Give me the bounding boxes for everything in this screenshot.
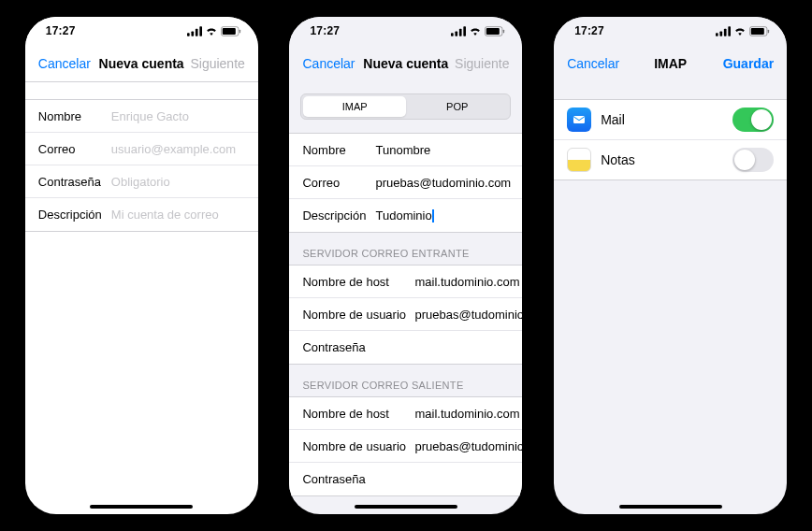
in-host-label: Nombre de host	[302, 275, 414, 289]
notes-label: Notas	[601, 152, 732, 167]
navbar: Cancelar Nueva cuenta Siguiente	[289, 45, 522, 82]
save-button[interactable]: Guardar	[719, 56, 774, 71]
name-label: Nombre	[38, 109, 111, 123]
status-indicators	[451, 26, 505, 36]
svg-rect-19	[751, 27, 764, 34]
out-host-input[interactable]	[414, 407, 522, 421]
mail-toggle-row: Mail	[554, 100, 787, 140]
tab-imap[interactable]: IMAP	[303, 96, 406, 117]
name-label: Nombre	[302, 143, 375, 157]
in-pwd-label: Contraseña	[302, 340, 414, 354]
svg-rect-8	[456, 31, 458, 36]
mail-label: Mail	[601, 112, 732, 127]
description-value[interactable]: Tudominio	[375, 208, 433, 223]
svg-rect-7	[451, 33, 454, 36]
svg-rect-15	[720, 31, 723, 36]
svg-rect-16	[724, 28, 727, 36]
battery-icon	[221, 26, 241, 36]
incoming-header: SERVIDOR CORREO ENTRANTE	[289, 233, 522, 265]
out-user-label: Nombre de usuario	[302, 439, 414, 453]
svg-rect-20	[768, 29, 769, 33]
description-input[interactable]	[111, 208, 258, 222]
notes-toggle-row: Notas	[554, 140, 787, 179]
in-pwd-input[interactable]	[414, 340, 522, 354]
svg-rect-13	[503, 29, 504, 33]
email-row[interactable]: Correo	[25, 133, 258, 165]
svg-rect-17	[728, 26, 731, 36]
next-button[interactable]: Siguiente	[455, 56, 509, 71]
out-pwd-label: Contraseña	[302, 472, 414, 486]
content: Mail Notas	[554, 82, 787, 514]
in-host-input[interactable]	[414, 275, 522, 289]
name-row[interactable]: Nombre	[25, 100, 258, 133]
outgoing-header: SERVIDOR CORREO SALIENTE	[289, 365, 522, 396]
home-indicator[interactable]	[619, 505, 722, 509]
svg-rect-10	[464, 26, 467, 36]
description-row[interactable]: Descripción Tudominio	[289, 199, 522, 232]
navbar: Cancelar IMAP Guardar	[554, 45, 787, 82]
content: IMAP POP Nombre Correo Descripción Tudom…	[289, 82, 522, 514]
content: Nombre Correo Contraseña Descripción	[25, 82, 258, 514]
name-input[interactable]	[111, 109, 258, 123]
description-label: Descripción	[38, 208, 111, 222]
email-label: Correo	[302, 176, 375, 190]
in-user-input[interactable]	[414, 308, 522, 322]
in-host-row[interactable]: Nombre de host	[289, 266, 522, 298]
incoming-group: Nombre de host Nombre de usuario Contras…	[289, 265, 522, 365]
in-pwd-row[interactable]: Contraseña	[289, 331, 522, 364]
email-label: Correo	[38, 142, 111, 156]
email-input[interactable]	[375, 176, 522, 190]
status-bar: 17:27	[25, 17, 258, 45]
nav-title: Nueva cuenta	[93, 56, 191, 71]
next-button[interactable]: Siguiente	[190, 56, 244, 71]
signal-icon	[716, 26, 731, 36]
notes-toggle[interactable]	[732, 148, 774, 172]
svg-rect-5	[223, 27, 236, 34]
cancel-button[interactable]: Cancelar	[38, 56, 93, 71]
battery-icon	[749, 26, 770, 36]
mail-icon	[567, 108, 591, 132]
navbar: Cancelar Nueva cuenta Siguiente	[25, 45, 258, 82]
svg-rect-14	[716, 33, 718, 36]
home-indicator[interactable]	[90, 505, 193, 509]
status-indicators	[187, 26, 241, 36]
password-input[interactable]	[111, 175, 258, 189]
email-row[interactable]: Correo	[289, 166, 522, 199]
out-user-input[interactable]	[414, 439, 522, 453]
password-row[interactable]: Contraseña	[25, 165, 258, 198]
outgoing-group: Nombre de host Nombre de usuario Contras…	[289, 396, 522, 496]
svg-rect-3	[199, 26, 202, 36]
description-row[interactable]: Descripción	[25, 198, 258, 231]
account-form-group: Nombre Correo Contraseña Descripción	[25, 99, 258, 232]
cancel-button[interactable]: Cancelar	[302, 56, 356, 71]
status-bar: 17:27	[289, 17, 522, 45]
nav-title: IMAP	[621, 56, 719, 71]
name-input[interactable]	[375, 143, 522, 157]
svg-rect-0	[187, 33, 190, 36]
signal-icon	[451, 26, 466, 36]
out-pwd-input[interactable]	[414, 472, 522, 486]
mail-toggle[interactable]	[732, 108, 774, 132]
svg-rect-12	[486, 27, 500, 34]
out-host-row[interactable]: Nombre de host	[289, 397, 522, 430]
wifi-icon	[205, 26, 218, 36]
nav-title: Nueva cuenta	[356, 56, 455, 71]
svg-rect-2	[196, 28, 198, 36]
signal-icon	[187, 26, 202, 36]
home-indicator[interactable]	[355, 505, 457, 509]
notes-icon	[567, 148, 591, 172]
svg-rect-1	[191, 31, 194, 36]
out-user-row[interactable]: Nombre de usuario	[289, 430, 522, 463]
email-input[interactable]	[111, 142, 258, 156]
name-row[interactable]: Nombre	[289, 134, 522, 166]
svg-rect-6	[239, 29, 240, 33]
cancel-button[interactable]: Cancelar	[567, 56, 621, 71]
tab-pop[interactable]: POP	[406, 96, 509, 117]
basic-group: Nombre Correo Descripción Tudominio	[289, 133, 522, 233]
description-label: Descripción	[302, 208, 375, 222]
protocol-segmented-control[interactable]: IMAP POP	[300, 93, 511, 120]
svg-rect-9	[459, 28, 462, 36]
in-user-row[interactable]: Nombre de usuario	[289, 298, 522, 331]
out-pwd-row[interactable]: Contraseña	[289, 463, 522, 495]
services-group: Mail Notas	[554, 99, 787, 180]
